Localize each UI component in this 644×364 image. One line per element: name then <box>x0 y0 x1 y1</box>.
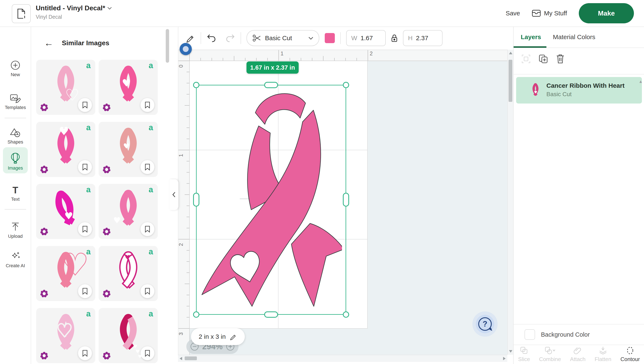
document-title-wrap[interactable]: Untitled - Vinyl Decal* <box>36 4 112 12</box>
project-icon-button[interactable] <box>12 4 31 23</box>
panel-scrollbar-thumb[interactable] <box>166 29 169 63</box>
layer-row-selected[interactable]: ♥ Cancer Ribbon With Heart Basic Cut <box>516 77 642 104</box>
scroll-down-arrow[interactable] <box>509 350 512 353</box>
action-label: Slice <box>518 356 530 362</box>
ruler-number: 3 <box>178 332 184 335</box>
bookmark-icon <box>82 163 88 171</box>
scrollbar-thumb[interactable] <box>508 60 512 102</box>
layers-scroll-up-arrow[interactable]: ▲ <box>638 79 643 84</box>
attach-paperclip-icon <box>573 346 582 355</box>
slice-button[interactable]: Slice <box>518 346 530 362</box>
resize-handle-bottom-center[interactable] <box>264 311 278 318</box>
redo-icon[interactable] <box>226 33 235 43</box>
ruler-number: 1 <box>178 154 184 157</box>
resize-handle-top-right[interactable] <box>343 82 349 88</box>
make-button[interactable]: Make <box>579 3 634 23</box>
cricut-access-icon: a <box>149 185 153 194</box>
my-stuff-button[interactable]: My Stuff <box>532 10 567 17</box>
back-arrow-icon[interactable]: ← <box>44 38 54 48</box>
ruler-number: 2 <box>370 51 373 57</box>
sidebar-item-create-ai[interactable]: Create AI <box>0 251 31 268</box>
resize-handle-bottom-right[interactable] <box>343 311 349 318</box>
width-label: W <box>351 35 357 42</box>
templates-icon <box>10 93 20 103</box>
resize-handle-top-left[interactable] <box>193 82 200 88</box>
attach-button[interactable]: Attach <box>570 346 586 362</box>
help-button[interactable]: ? <box>476 315 494 333</box>
bookmark-icon <box>82 288 88 295</box>
sidebar-label: Upload <box>8 234 23 239</box>
sidebar-item-new[interactable]: New <box>0 60 31 78</box>
bookmark-button[interactable] <box>78 98 92 112</box>
sidebar-item-upload[interactable]: Upload <box>0 222 31 239</box>
scroll-right-arrow[interactable] <box>503 357 506 360</box>
image-tile-outlined-ribbon-small-heart[interactable]: a ♥ <box>99 246 158 301</box>
bookmark-button[interactable] <box>140 222 154 236</box>
flower-icon <box>102 103 111 112</box>
cricut-access-icon: a <box>86 61 91 70</box>
width-field[interactable]: W 1.67 <box>346 30 386 46</box>
canvas-vertical-scrollbar[interactable] <box>507 50 514 355</box>
resize-handle-bottom-left[interactable] <box>193 311 200 318</box>
bookmark-button[interactable] <box>140 98 154 112</box>
edit-pencil-icon[interactable] <box>186 33 195 43</box>
bookmark-button[interactable] <box>140 160 154 174</box>
panel-collapse-tab[interactable] <box>170 179 178 210</box>
topbar-actions: Save My Stuff Make <box>506 0 634 27</box>
canvas-viewport[interactable]: 1.67 in x 2.37 in <box>189 61 507 355</box>
contour-button[interactable]: Contour <box>620 346 640 362</box>
image-tile-pink-ribbon-heart-loop[interactable]: a ♥ <box>36 122 95 177</box>
image-tile-ribbon-with-heart-outline[interactable]: a ♡ <box>36 246 95 301</box>
image-tile-pink-ribbon-heart-outline-tail[interactable]: a ♡ <box>36 60 95 115</box>
sidebar-label: Text <box>11 197 20 202</box>
resize-handle-middle-right[interactable] <box>343 193 349 207</box>
combine-button[interactable]: Combine <box>539 346 561 362</box>
image-tile-light-pink-ribbon-center-heart[interactable]: a ♥ <box>36 308 95 363</box>
image-tile-curvy-pink-ribbon-heart[interactable]: a ♥ <box>99 184 158 239</box>
image-tile-pink-ribbon-white-heart[interactable]: a ♥ <box>99 60 158 115</box>
sidebar-item-templates[interactable]: Templates <box>0 93 31 110</box>
canvas-horizontal-scrollbar[interactable] <box>178 355 507 362</box>
selection-bounding-box[interactable] <box>196 85 346 315</box>
image-tile-rose-ribbon-small-heart[interactable]: a ♥ <box>99 122 158 177</box>
undo-icon[interactable] <box>206 33 216 43</box>
lock-icon[interactable] <box>390 34 398 43</box>
sidebar-item-images[interactable]: Images <box>0 153 31 171</box>
resize-handle-top-center[interactable] <box>264 82 278 88</box>
toolbar-divider <box>240 32 241 44</box>
linetype-value: Basic Cut <box>265 35 292 42</box>
background-color-checkbox[interactable] <box>524 329 535 340</box>
flatten-button[interactable]: Flatten <box>594 346 612 362</box>
linetype-dropdown[interactable]: Basic Cut <box>246 30 319 46</box>
vertical-ruler: 0123 <box>178 61 190 355</box>
bookmark-icon <box>82 350 88 357</box>
layer-color-swatch[interactable] <box>325 33 335 43</box>
bookmark-button[interactable] <box>140 284 154 298</box>
panel-title: Similar Images <box>62 39 109 47</box>
delete-trash-icon[interactable] <box>556 54 565 64</box>
bookmark-button[interactable] <box>78 222 92 236</box>
save-button[interactable]: Save <box>506 10 520 17</box>
sidebar-item-shapes[interactable]: Shapes <box>0 128 31 145</box>
tab-material-colors[interactable]: Material Colors <box>553 34 596 41</box>
image-tile-magenta-ribbon-heart[interactable]: a ♥ <box>36 184 95 239</box>
bookmark-button[interactable] <box>78 346 92 360</box>
select-all-icon[interactable] <box>521 54 531 64</box>
tab-layers[interactable]: Layers <box>521 34 541 41</box>
sidebar-item-text[interactable]: T Text <box>0 186 31 202</box>
sidebar-label: Create AI <box>6 263 25 268</box>
height-field[interactable]: H 2.37 <box>403 30 442 46</box>
bookmark-button[interactable] <box>78 284 92 298</box>
scroll-left-arrow[interactable] <box>180 357 182 360</box>
bookmark-button[interactable] <box>140 346 154 360</box>
scroll-up-arrow[interactable] <box>509 52 512 54</box>
scissors-icon <box>252 34 261 42</box>
mat-size-control[interactable]: 2 in x 3 in <box>191 328 245 345</box>
duplicate-icon[interactable] <box>538 54 548 64</box>
bookmark-button[interactable] <box>78 160 92 174</box>
canvas-toolbar: Basic Cut W 1.67 H 2.37 <box>178 27 508 50</box>
image-tile-two-tone-ribbon-three-hearts[interactable]: a ♥♥♥ <box>99 308 158 363</box>
resize-handle-middle-left[interactable] <box>193 193 200 207</box>
scrollbar-thumb[interactable] <box>185 356 197 360</box>
similar-images-panel: ← Similar Images a ♡ <box>31 27 170 364</box>
